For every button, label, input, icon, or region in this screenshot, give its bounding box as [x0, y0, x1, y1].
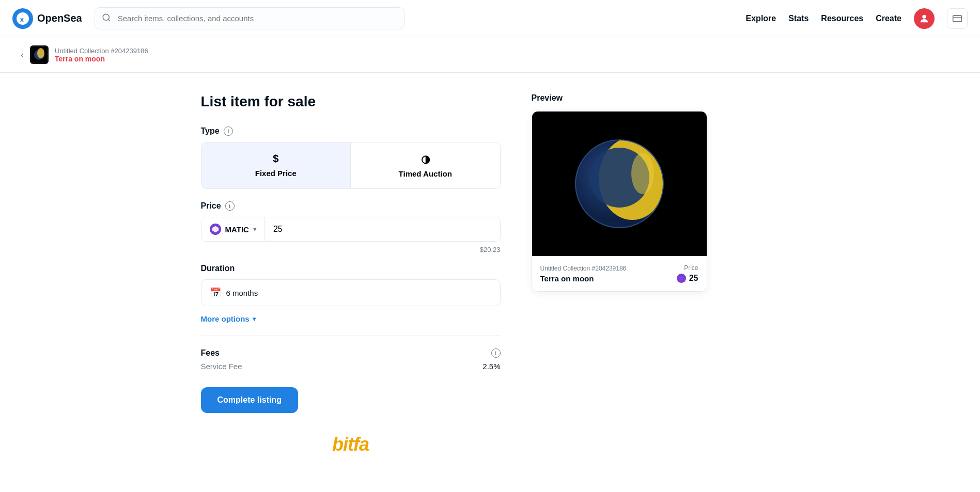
preview-card: Untitled Collection #204239186 Terra on … — [532, 111, 707, 292]
main-content: List item for sale Type i $ Fixed Price … — [180, 73, 800, 492]
type-timed-auction[interactable]: ◑ Timed Auction — [351, 142, 500, 188]
price-input[interactable] — [265, 217, 500, 241]
nav-link-explore[interactable]: Explore — [746, 14, 776, 23]
svg-point-5 — [37, 48, 44, 58]
fees-header: Fees i — [201, 348, 501, 358]
more-options-toggle[interactable]: More options ▾ — [201, 314, 501, 323]
dollar-icon: $ — [273, 153, 278, 165]
form-title: List item for sale — [201, 93, 501, 110]
price-info-icon[interactable]: i — [225, 201, 235, 211]
nav-link-resources[interactable]: Resources — [821, 14, 863, 23]
preview-price-value: 25 — [677, 274, 698, 283]
list-form: List item for sale Type i $ Fixed Price … — [201, 93, 501, 455]
type-fixed-price[interactable]: $ Fixed Price — [201, 142, 351, 188]
preview-price-section: Price 25 — [677, 264, 698, 283]
duration-value: 6 months — [226, 289, 258, 297]
price-field: MATIC ▾ — [201, 217, 501, 242]
opensea-logo-svg — [17, 12, 29, 25]
type-label: Type — [201, 126, 220, 136]
nav-link-create[interactable]: Create — [876, 14, 901, 23]
service-fee-row: Service Fee 2.5% — [201, 362, 501, 371]
duration-field: 📅 6 months — [201, 279, 501, 306]
nav-links: Explore Stats Resources Create — [746, 8, 968, 29]
logo-icon — [12, 8, 33, 29]
calendar-icon: 📅 — [210, 287, 221, 298]
duration-selector[interactable]: 📅 6 months — [201, 279, 501, 306]
type-info-icon[interactable]: i — [224, 126, 233, 136]
svg-point-1 — [922, 14, 926, 18]
currency-selector[interactable]: MATIC ▾ — [201, 217, 265, 241]
price-label-row: Price i — [201, 201, 501, 211]
type-timed-label: Timed Auction — [399, 169, 452, 178]
bitfa-text: bitfa — [332, 434, 369, 455]
preview-label: Preview — [532, 93, 707, 103]
svg-point-0 — [103, 14, 109, 20]
preview-collection: Untitled Collection #204239186 — [540, 265, 627, 272]
svg-point-13 — [631, 153, 654, 194]
preview-nft-info: Untitled Collection #204239186 Terra on … — [540, 265, 627, 283]
fees-title: Fees — [201, 348, 220, 358]
logo-link[interactable]: OpenSea — [12, 8, 82, 29]
search-icon — [102, 13, 111, 24]
matic-icon — [210, 224, 221, 235]
moon-artwork-svg — [568, 132, 671, 235]
more-options-chevron-icon: ▾ — [253, 315, 256, 323]
search-bar — [95, 7, 405, 29]
preview-meta: Untitled Collection #204239186 Terra on … — [532, 256, 707, 291]
preview-price-number: 25 — [689, 274, 698, 283]
more-options-label: More options — [201, 314, 250, 323]
breadcrumb-info: Untitled Collection #204239186 Terra on … — [55, 47, 148, 63]
currency-label: MATIC — [225, 225, 249, 234]
type-selector: $ Fixed Price ◑ Timed Auction — [201, 142, 501, 189]
preview-section: Preview — [532, 93, 707, 455]
chevron-down-icon: ▾ — [253, 226, 256, 233]
preview-matic-icon — [677, 274, 686, 283]
price-label: Price — [201, 201, 221, 211]
divider — [201, 336, 501, 336]
duration-label-row: Duration — [201, 264, 501, 273]
svg-marker-6 — [212, 226, 219, 233]
price-usd-value: $20.23 — [201, 246, 501, 253]
nav-link-stats[interactable]: Stats — [788, 14, 808, 23]
service-fee-value: 2.5% — [483, 362, 500, 371]
complete-listing-button[interactable]: Complete listing — [201, 387, 298, 413]
preview-image — [532, 112, 707, 256]
fees-info-icon[interactable]: i — [491, 348, 501, 358]
clock-icon: ◑ — [421, 153, 430, 165]
duration-label: Duration — [201, 264, 235, 273]
bitfa-logo: bitfa — [201, 434, 501, 455]
back-button[interactable]: ‹ — [21, 50, 24, 60]
collection-thumbnail — [30, 45, 49, 64]
navbar: OpenSea Explore Stats Resources Create — [0, 0, 980, 37]
search-input[interactable] — [95, 7, 405, 29]
preview-name: Terra on moon — [540, 274, 627, 283]
svg-rect-2 — [953, 15, 962, 22]
service-fee-label: Service Fee — [201, 362, 242, 371]
type-label-row: Type i — [201, 126, 501, 136]
wallet-button[interactable] — [947, 8, 968, 29]
breadcrumb-name: Terra on moon — [55, 55, 148, 63]
avatar[interactable] — [914, 8, 935, 29]
type-fixed-label: Fixed Price — [255, 169, 297, 178]
breadcrumb-collection: Untitled Collection #204239186 — [55, 47, 148, 55]
price-input-row: MATIC ▾ — [201, 217, 501, 242]
fees-section: Fees i Service Fee 2.5% — [201, 348, 501, 371]
breadcrumb: ‹ Untitled Collection #204239186 Terra o… — [0, 37, 980, 73]
preview-price-label: Price — [677, 264, 698, 272]
logo-text: OpenSea — [37, 12, 82, 24]
